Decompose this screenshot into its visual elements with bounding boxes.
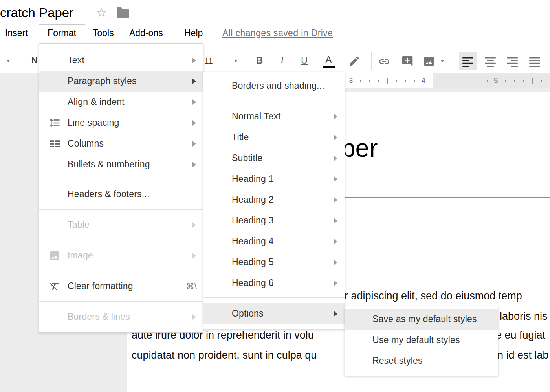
menu-item-save-default-styles[interactable]: Save as my default styles <box>345 309 498 330</box>
menu-item-use-default-styles[interactable]: Use my default styles <box>345 330 498 350</box>
ruler-tick <box>478 80 478 82</box>
toolbar-separator <box>453 52 453 70</box>
submenu-arrow-icon <box>192 314 196 320</box>
ruler-tick <box>541 80 542 82</box>
menu-item-label: Heading 6 <box>232 278 274 288</box>
submenu-arrow-icon <box>192 58 196 63</box>
menu-item-bullets-numbering[interactable]: Bullets & numbering <box>39 154 203 175</box>
menubar-insert[interactable]: Insert <box>5 28 28 38</box>
menu-item-line-spacing[interactable]: Line spacing <box>39 112 203 133</box>
chevron-down-icon[interactable] <box>440 60 444 62</box>
menu-item-label: Line spacing <box>68 117 119 128</box>
document-title-input[interactable]: cratch Paper <box>0 5 73 20</box>
menu-item-label: Text <box>68 55 84 66</box>
menu-item-columns[interactable]: Columns <box>39 133 203 154</box>
menu-item-label: Heading 2 <box>232 194 274 205</box>
menu-item-image: Image <box>39 245 203 266</box>
ruler-tick <box>378 80 379 82</box>
font-size-dropdown[interactable]: 11 <box>204 56 213 66</box>
menu-item-label: Columns <box>68 138 104 149</box>
menu-item-table: Table <box>39 214 203 235</box>
menu-item-heading-3[interactable]: Heading 3 <box>204 210 345 231</box>
ruler-tick <box>360 80 361 82</box>
ruler-tick <box>396 80 397 82</box>
body-text-line[interactable]: n id est lab <box>497 350 549 361</box>
menu-item-subtitle[interactable]: Subtitle <box>204 148 345 169</box>
toolbar-separator <box>246 52 246 70</box>
keyboard-shortcut: ⌘\ <box>186 282 197 291</box>
align-right-icon[interactable] <box>503 52 521 70</box>
highlight-icon[interactable] <box>348 55 361 69</box>
italic-button[interactable]: I <box>280 55 284 66</box>
menu-item-borders-lines: Borders & lines <box>39 306 203 327</box>
text-color-button[interactable]: A <box>325 54 332 66</box>
ruler-tick <box>414 80 415 82</box>
submenu-arrow-icon <box>192 99 196 105</box>
insert-link-icon[interactable] <box>378 56 391 69</box>
body-text-line[interactable]: cupidatat non proident, sunt in culpa qu <box>132 350 317 361</box>
save-status-link[interactable]: All changes saved in Drive <box>222 28 333 38</box>
underline-button[interactable]: U <box>301 55 308 66</box>
styles-dropdown[interactable]: N <box>31 55 37 65</box>
document-title-text[interactable]: per <box>341 136 378 161</box>
menu-item-heading-5[interactable]: Heading 5 <box>204 252 345 273</box>
menu-item-clear-formatting[interactable]: Clear formatting ⌘\ <box>39 276 203 297</box>
align-center-icon[interactable] <box>481 52 499 70</box>
ruler-tick <box>469 80 469 82</box>
insert-image-icon[interactable] <box>423 55 435 69</box>
submenu-arrow-icon <box>192 222 196 228</box>
submenu-arrow-icon <box>334 239 337 244</box>
menu-item-heading-2[interactable]: Heading 2 <box>204 189 345 210</box>
submenu-arrow-icon <box>192 253 196 258</box>
menu-separator <box>204 101 345 101</box>
toolbar-separator <box>19 52 19 70</box>
menu-item-heading-6[interactable]: Heading 6 <box>204 273 345 293</box>
menubar-addons[interactable]: Add-ons <box>129 28 163 38</box>
ruler-tick <box>369 80 370 82</box>
menu-item-align-indent[interactable]: Align & indent <box>39 92 203 112</box>
ruler-number: 4 <box>421 76 425 85</box>
menu-item-label: Clear formatting <box>68 281 133 291</box>
menu-item-headers-footers[interactable]: Headers & footers... <box>39 184 203 205</box>
menu-item-heading-1[interactable]: Heading 1 <box>204 169 345 189</box>
menu-item-borders-shading[interactable]: Borders and shading... <box>204 75 345 96</box>
align-left-icon[interactable] <box>459 52 477 70</box>
folder-icon[interactable] <box>117 9 129 18</box>
ruler-tick <box>433 80 433 82</box>
body-text-line[interactable]: r adipiscing elit, sed do eiusmod temp <box>345 291 522 301</box>
menubar-format[interactable]: Format <box>38 24 85 44</box>
menu-item-heading-4[interactable]: Heading 4 <box>204 231 345 252</box>
justify-icon[interactable] <box>526 52 544 70</box>
menu-item-label: Bullets & numbering <box>68 159 150 170</box>
menubar-tools[interactable]: Tools <box>93 28 114 38</box>
menu-item-title[interactable]: Title <box>204 127 345 148</box>
bold-button[interactable]: B <box>256 55 263 66</box>
menu-item-label: Headers & footers... <box>68 189 150 200</box>
submenu-arrow-icon <box>334 176 337 182</box>
toolbar-separator <box>371 52 372 70</box>
ruler-tick <box>487 80 488 82</box>
body-text-line[interactable]: laboris nis <box>500 311 548 322</box>
menu-item-normal-text[interactable]: Normal Text <box>204 106 345 127</box>
menu-item-label: Normal Text <box>232 111 280 122</box>
menu-item-label: Heading 1 <box>232 174 274 184</box>
menu-item-label: Reset styles <box>372 355 423 366</box>
menu-item-label: Borders & lines <box>68 311 130 322</box>
menu-item-label: Heading 4 <box>232 236 274 247</box>
chevron-down-icon[interactable] <box>6 60 10 62</box>
ruler-tick <box>505 80 506 82</box>
body-text-line[interactable]: e eu fugiat <box>496 330 545 341</box>
menu-item-paragraph-styles[interactable]: Paragraph styles <box>39 71 203 92</box>
menu-item-label: Use my default styles <box>372 335 460 345</box>
chevron-down-icon[interactable] <box>234 60 238 62</box>
add-comment-icon[interactable] <box>401 55 414 69</box>
ruler-tick <box>387 78 388 84</box>
menu-item-label: Save as my default styles <box>372 314 477 324</box>
menu-item-text[interactable]: Text <box>39 50 203 71</box>
menubar-help[interactable]: Help <box>184 28 203 38</box>
menu-item-label: Table <box>68 220 90 230</box>
menu-item-reset-styles[interactable]: Reset styles <box>345 350 498 371</box>
menu-item-options[interactable]: Options <box>204 303 345 324</box>
columns-icon <box>48 137 61 150</box>
star-icon[interactable] <box>95 7 107 20</box>
